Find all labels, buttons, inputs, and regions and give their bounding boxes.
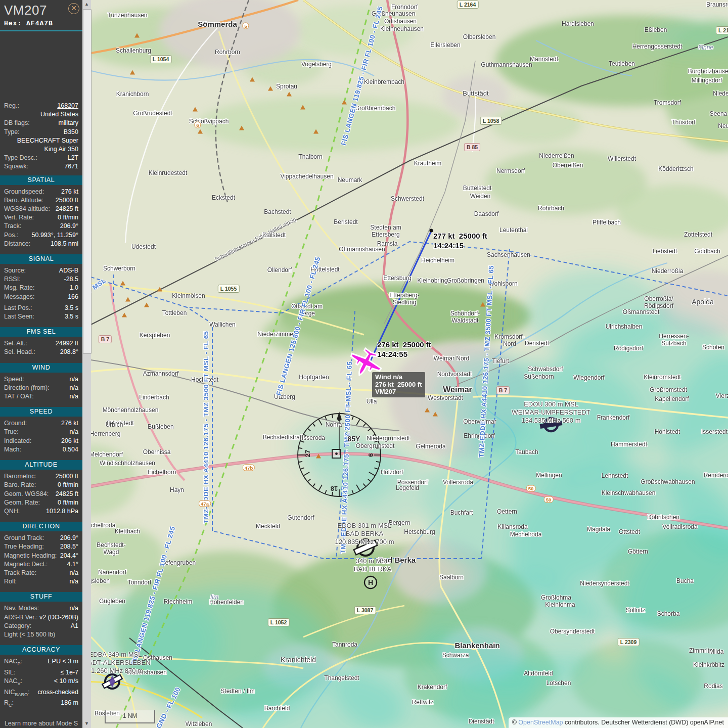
town-label: Mellingen: [536, 472, 562, 479]
town-label: Eichelborn: [148, 469, 176, 476]
rose-number: 0: [337, 415, 341, 423]
town-label: Magdala: [587, 526, 610, 533]
data-row-value: 276 kt: [61, 188, 78, 196]
data-row-value: 0 ft/min: [58, 481, 78, 489]
data-row: True:n/a: [0, 428, 82, 436]
data-row: SIL:≤ 1e-7: [0, 668, 82, 677]
town-label: Großobringen: [447, 278, 484, 285]
data-row-value: 4.1°: [67, 560, 78, 569]
data-row: Magnetic Decl.:4.1°: [0, 560, 82, 569]
town-label: Oberreißen: [553, 162, 583, 169]
town-label: Udestedt: [131, 244, 156, 251]
data-row-value: 208.8°: [60, 348, 78, 356]
town-label: Vogelsberg: [301, 61, 332, 68]
obstacle-icon: [120, 281, 125, 286]
town-label: Herrengosserstedt: [632, 43, 682, 51]
sidebar-scrollbar[interactable]: ▲ ▼: [82, 0, 91, 728]
close-icon[interactable]: ✕: [68, 3, 79, 14]
helipad-marker-bad-berka[interactable]: H: [365, 576, 377, 588]
town-label: Gügleben: [99, 598, 125, 605]
road-ref-badge: L 2164: [457, 1, 479, 9]
identity-row: BEECHCRAFT Super King Air 350: [0, 136, 82, 154]
trail-start-dot[interactable]: [429, 229, 433, 232]
town-label: Azmannsdorf: [143, 371, 179, 378]
road-ref-badge: B 7: [496, 386, 510, 394]
town-label: Schwerborn: [103, 265, 135, 272]
data-row: Baro. Rate:0 ft/min: [0, 481, 82, 489]
data-row-label: QNH:: [4, 507, 20, 516]
section-body: Sel. Alt.:24992 ftSel. Head.:208.8°: [0, 337, 82, 358]
obstacle-icon: [144, 303, 149, 307]
town-label: Goldbach: [694, 248, 720, 255]
road-ref-badge: L 1052: [268, 618, 290, 626]
rose-number: 9: [367, 453, 375, 457]
town-label: Hammerstedt: [611, 441, 647, 448]
town-label: Orlishausen: [384, 18, 417, 25]
town-label: Gutendorf: [287, 515, 314, 522]
data-row-value: n/a: [70, 392, 78, 401]
airport-label: 340 m MSLBAD BERKA: [354, 557, 391, 573]
data-row: Groundspeed:276 kt: [0, 188, 82, 196]
road-ref-badge: B 7: [99, 335, 112, 343]
obstacle-icon: [425, 408, 430, 413]
town-label: Ettersberg-Siedlung: [389, 292, 419, 306]
town-label: Legefeld: [396, 485, 419, 492]
data-row: Vert. Rate:0 ft/min: [0, 213, 82, 222]
attribution-suffix: contributors. Deutscher Wetterdienst (DW…: [563, 719, 724, 726]
data-row: Baro. Altitude:25000 ft: [0, 196, 82, 205]
obstacle-icon: [287, 92, 292, 97]
data-row-label: Baro. Altitude:: [4, 196, 43, 205]
town-label: Bucha: [676, 578, 694, 585]
town-label: Buttstädt: [463, 90, 488, 98]
data-row: Messages:166: [0, 293, 82, 301]
town-label: Großschwabhausen: [641, 479, 695, 486]
town-label: Oßmannstedt: [623, 309, 660, 316]
town-label: Linderbach: [139, 394, 169, 401]
scroll-up-arrow[interactable]: ▲: [82, 0, 91, 9]
data-row-label: RSSI:: [4, 275, 21, 284]
map-scale-bar: 1 NM: [105, 710, 155, 723]
data-row-value: -28.5: [64, 275, 79, 284]
scrollbar-thumb[interactable]: [83, 9, 92, 354]
town-label: Obernissa: [143, 449, 171, 456]
identity-row-value: military: [58, 119, 78, 127]
town-label: Urbich: [106, 422, 123, 429]
town-label: Vollersroda: [443, 479, 473, 486]
data-row-label: WGS84 altitude:: [4, 205, 50, 213]
town-label: Mannstedt: [530, 56, 558, 63]
town-label: Söllnitz: [626, 607, 646, 614]
section-header-accuracy: ACCURACY: [0, 645, 82, 655]
rose-number: 27: [304, 450, 311, 457]
data-row: Light (< 15 500 lb): [0, 630, 82, 639]
data-row: Msg. Rate:1.0: [0, 284, 82, 292]
data-row-label: Last Seen:: [4, 312, 34, 321]
data-row-value: 1012.8 hPa: [46, 507, 78, 516]
data-row-label: Groundspeed:: [4, 188, 44, 196]
data-row-label: Messages:: [4, 293, 34, 301]
town-label: Willerstedt: [608, 156, 636, 163]
identity-rows: Reg.:168207United StatesDB flags:militar…: [0, 102, 82, 171]
attribution-prefix: ©: [512, 719, 519, 726]
openstreetmap-link[interactable]: OpenStreetMap: [518, 719, 563, 726]
town-label: Rodias: [704, 683, 722, 690]
town-label: Bechstedtstraß: [263, 434, 304, 441]
town-label: Schwerstedt: [391, 196, 424, 203]
motorway-exit-number: 6: [194, 122, 201, 128]
scroll-down-arrow[interactable]: ▼: [82, 719, 91, 728]
data-row: Pos.:50.993°, 11.259°: [0, 231, 82, 240]
town-label: Millingsdorf: [692, 77, 722, 84]
town-label: Döbritschen: [647, 514, 679, 521]
identity-row-label: Reg.:: [4, 102, 19, 110]
data-row-label: True Heading:: [4, 542, 44, 551]
town-label: Nordvorstadt: [437, 371, 472, 378]
map-canvas[interactable]: H SömmerdaTunzenhausenFrohndorfOrlishaus…: [0, 0, 728, 728]
town-label: Kiliansroda: [497, 524, 527, 531]
data-row: Track:206.9°: [0, 222, 82, 231]
town-label: Weimar Nord: [434, 355, 469, 362]
data-row-value: 206 kt: [61, 437, 78, 445]
identity-row-value[interactable]: 168207: [57, 102, 78, 110]
data-row-label: Geom. WGS84:: [4, 490, 49, 498]
town-label: Buttelstedt: [463, 185, 492, 192]
town-label: Kleinneuhausen: [380, 26, 424, 33]
town-label: Burgholzhausen: [688, 68, 728, 75]
